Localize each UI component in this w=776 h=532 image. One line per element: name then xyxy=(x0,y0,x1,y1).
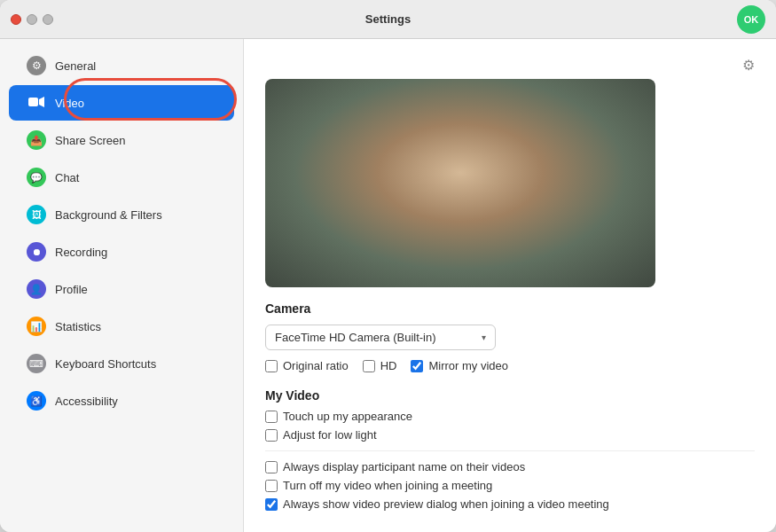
sidebar-label-general: General xyxy=(55,59,96,73)
chevron-down-icon: ▾ xyxy=(482,332,486,342)
camera-options-row: Original ratio HD Mirror my video xyxy=(265,359,755,378)
touch-up-label: Touch up my appearance xyxy=(283,410,412,423)
background-filters-icon: 🖼 xyxy=(27,205,46,224)
titlebar: Settings OK xyxy=(0,0,776,39)
sidebar-item-background-filters[interactable]: 🖼 Background & Filters xyxy=(9,197,234,232)
sidebar-item-video[interactable]: Video xyxy=(9,85,234,121)
original-ratio-label: Original ratio xyxy=(283,359,349,372)
sidebar-item-recording[interactable]: ⏺ Recording xyxy=(9,234,234,270)
mirror-video-label: Mirror my video xyxy=(428,359,508,372)
sidebar-item-general[interactable]: ⚙ General xyxy=(9,48,234,83)
turn-off-video-checkbox[interactable] xyxy=(265,480,278,492)
mirror-video-checkbox[interactable] xyxy=(411,360,423,372)
chat-icon: 💬 xyxy=(27,168,46,187)
sidebar-label-background-filters: Background & Filters xyxy=(55,208,162,222)
svg-marker-1 xyxy=(39,97,44,107)
video-icon xyxy=(27,93,46,113)
general-icon: ⚙ xyxy=(27,56,46,75)
mirror-video-option[interactable]: Mirror my video xyxy=(411,359,508,372)
sidebar-label-chat: Chat xyxy=(55,171,79,184)
my-video-title: My Video xyxy=(265,388,755,403)
sidebar-label-accessibility: Accessibility xyxy=(55,395,118,408)
video-preview xyxy=(265,79,655,287)
svg-rect-0 xyxy=(28,98,38,106)
minimize-button[interactable] xyxy=(27,14,37,25)
sidebar-item-statistics[interactable]: 📊 Statistics xyxy=(9,309,234,344)
hd-checkbox[interactable] xyxy=(363,360,375,372)
sidebar-label-recording: Recording xyxy=(55,246,107,259)
window-title: Settings xyxy=(365,12,411,26)
traffic-lights xyxy=(11,14,53,25)
sidebar-item-chat[interactable]: 💬 Chat xyxy=(9,160,234,195)
camera-section-title: Camera xyxy=(265,301,755,316)
user-avatar[interactable]: OK xyxy=(737,5,765,34)
share-screen-icon: 📤 xyxy=(27,130,46,150)
profile-icon: 👤 xyxy=(27,279,46,299)
sidebar-label-keyboard-shortcuts: Keyboard Shortcuts xyxy=(55,357,156,371)
sidebar-label-profile: Profile xyxy=(55,283,88,296)
keyboard-shortcuts-icon: ⌨ xyxy=(27,354,46,373)
close-button[interactable] xyxy=(11,14,21,25)
sidebar-item-keyboard-shortcuts[interactable]: ⌨ Keyboard Shortcuts xyxy=(9,346,234,381)
maximize-button[interactable] xyxy=(43,14,53,25)
display-name-label: Always display participant name on their… xyxy=(283,460,525,473)
touch-up-option[interactable]: Touch up my appearance xyxy=(265,410,755,423)
low-light-checkbox[interactable] xyxy=(265,429,278,442)
hd-label: HD xyxy=(380,359,397,372)
turn-off-video-label: Turn off my video when joining a meeting xyxy=(283,479,492,492)
statistics-icon: 📊 xyxy=(27,317,46,336)
display-name-checkbox[interactable] xyxy=(265,461,278,473)
camera-dropdown-value: FaceTime HD Camera (Built-in) xyxy=(275,331,436,344)
hd-option[interactable]: HD xyxy=(363,359,397,372)
divider xyxy=(265,450,755,451)
gear-icon[interactable]: ⚙ xyxy=(742,57,755,74)
turn-off-video-option[interactable]: Turn off my video when joining a meeting xyxy=(265,479,755,492)
low-light-label: Adjust for low light xyxy=(283,428,377,442)
original-ratio-option[interactable]: Original ratio xyxy=(265,359,349,372)
sidebar-label-video: Video xyxy=(55,97,84,110)
other-options: Always display participant name on their… xyxy=(265,460,755,511)
show-preview-option[interactable]: Always show video preview dialog when jo… xyxy=(265,497,755,511)
original-ratio-checkbox[interactable] xyxy=(265,360,278,372)
sidebar-label-statistics: Statistics xyxy=(55,320,101,333)
show-preview-label: Always show video preview dialog when jo… xyxy=(283,497,609,511)
sidebar-label-share-screen: Share Screen xyxy=(55,134,126,147)
recording-icon: ⏺ xyxy=(27,242,46,262)
show-preview-checkbox[interactable] xyxy=(265,498,278,511)
accessibility-icon: ♿ xyxy=(27,391,46,411)
low-light-option[interactable]: Adjust for low light xyxy=(265,428,755,442)
camera-feed xyxy=(265,79,655,287)
sidebar-item-accessibility[interactable]: ♿ Accessibility xyxy=(9,383,234,419)
my-video-section: My Video Touch up my appearance Adjust f… xyxy=(265,388,755,442)
display-name-option[interactable]: Always display participant name on their… xyxy=(265,460,755,473)
main-content: ⚙ General Video 📤 Share Screen xyxy=(0,39,776,532)
settings-window: Settings OK ⚙ General Video xyxy=(0,0,776,532)
sidebar-item-share-screen[interactable]: 📤 Share Screen xyxy=(9,122,234,158)
sidebar-item-profile[interactable]: 👤 Profile xyxy=(9,271,234,307)
camera-dropdown[interactable]: FaceTime HD Camera (Built-in) ▾ xyxy=(265,325,496,350)
touch-up-checkbox[interactable] xyxy=(265,411,278,423)
sidebar: ⚙ General Video 📤 Share Screen xyxy=(0,39,244,532)
content-area: ⚙ Camera FaceTime HD Camera (Built-in) ▾… xyxy=(244,39,776,532)
